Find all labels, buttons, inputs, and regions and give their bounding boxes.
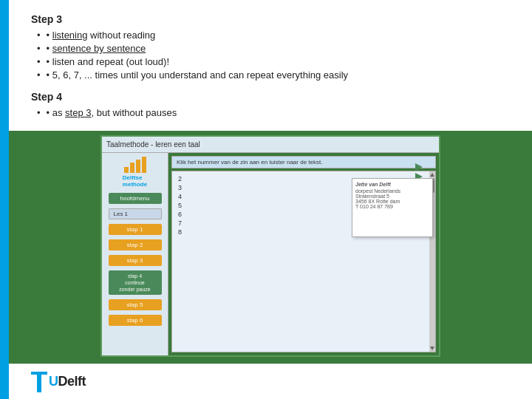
stap5-button[interactable]: stap 5	[109, 299, 162, 310]
logo-text: Delftsemethode	[123, 174, 147, 188]
step3-title: Step 3	[31, 13, 517, 25]
window-title: Taalmethode - leren een taal	[106, 140, 200, 149]
les-label: Les 1	[109, 208, 162, 219]
step4-title: Step 4	[31, 91, 517, 103]
arrow-right-icon	[415, 163, 423, 171]
list-item: • listening without reading	[37, 30, 517, 41]
stap4-button[interactable]: stap 4continuezonder pauze	[109, 270, 162, 295]
stap3-button[interactable]: stap 3	[109, 255, 162, 266]
app-area: Taalmethode - leren een taal	[9, 131, 532, 364]
step4-block: Step 4 • as step 3, but without pauses	[31, 91, 517, 118]
list-item: • 5, 6, 7, ... times until you understan…	[37, 69, 517, 81]
bullet-text: listening without reading	[52, 30, 155, 41]
bullet-text: as step 3, but without pauses	[52, 107, 177, 118]
logo-bar-4	[142, 157, 146, 173]
hoofdmenu-button[interactable]: hoofdmenu	[109, 193, 162, 204]
address-card: Jette van Delft dorpest Nederlands Strat…	[352, 178, 433, 237]
right-panel: Jette van Delft dorpest Nederlands Strat…	[168, 153, 439, 355]
bullet-text: sentence by sentence	[52, 43, 146, 54]
address-line3: 3456 8X Rotte dam	[355, 199, 429, 204]
logo-area: Delftsemethode	[106, 157, 165, 187]
embedded-window: Taalmethode - leren een taal	[100, 135, 440, 357]
footer: UDelft	[9, 364, 532, 399]
scroll-up-icon[interactable]	[430, 173, 434, 177]
bullet-text: listen and repeat (out loud)!	[52, 56, 169, 67]
address-line2: Stratenstraat 5	[355, 194, 429, 199]
logo-bar-1	[124, 167, 129, 173]
stap6-button[interactable]: stap 6	[109, 315, 162, 326]
list-item: • as step 3, but without pauses	[37, 107, 517, 118]
left-panel: Delftsemethode hoofdmenu Les 1 stap 1 st…	[102, 153, 168, 355]
list-item: • sentence by sentence	[37, 43, 517, 54]
tu-delft-logo: UDelft	[31, 372, 86, 392]
logo-u-text: UDelft	[49, 374, 86, 389]
logo-wrapper: UDelft	[31, 372, 86, 392]
stap2-button[interactable]: stap 2	[109, 239, 162, 250]
list-item: • listen and repeat (out loud)!	[37, 56, 517, 67]
logo-bar-3	[136, 160, 140, 173]
instruction-bar: Klik het nummer van de zin aan en luiste…	[171, 156, 436, 168]
address-line1: dorpest Nederlands	[355, 188, 429, 194]
step3-list: • listening without reading • sentence b…	[37, 30, 517, 81]
accent-bar	[0, 0, 9, 399]
logo-u-letter: U	[49, 374, 58, 389]
text-section: Step 3 • listening without reading • sen…	[9, 0, 532, 131]
stap4-sublabel: continuezonder pauze	[119, 280, 150, 292]
address-phone: T 010 24 87 789	[355, 204, 429, 209]
step4-list: • as step 3, but without pauses	[37, 107, 517, 118]
address-name: Jette van Delft	[355, 182, 429, 187]
t-stem	[37, 375, 41, 392]
stap1-button[interactable]: stap 1	[109, 224, 162, 235]
window-titlebar: Taalmethode - leren een taal	[102, 137, 439, 153]
window-body: Delftsemethode hoofdmenu Les 1 stap 1 st…	[102, 153, 439, 355]
logo-t-shape	[31, 372, 47, 392]
step3-block: Step 3 • listening without reading • sen…	[31, 13, 517, 81]
scroll-down-icon[interactable]	[430, 347, 434, 350]
logo-bar-2	[130, 163, 134, 173]
logo-bars	[124, 157, 146, 173]
main-content: Step 3 • listening without reading • sen…	[9, 0, 532, 399]
bullet-text: 5, 6, 7, ... times until you understand …	[52, 69, 348, 81]
